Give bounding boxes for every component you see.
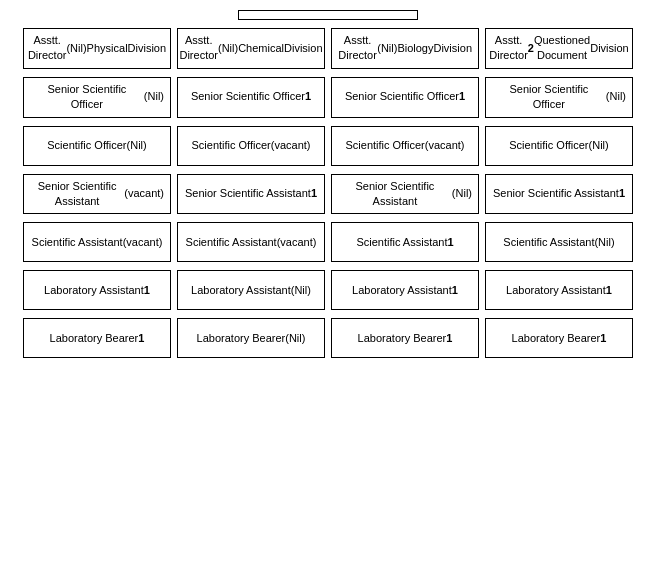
cell-line: 1 [606, 283, 612, 298]
cell-row6-2: Laboratory Assistant1 [331, 270, 479, 310]
cell-line: (Nil) [377, 41, 397, 56]
cell-line: Laboratory Assistant [191, 283, 291, 298]
cell-line: 1 [600, 331, 606, 346]
cell-line: (Nil) [589, 138, 609, 153]
director-node [238, 10, 418, 20]
cell-line: Scientific Assistant [503, 235, 594, 250]
row-senior-scientific-officer: Senior Scientific Officer(Nil)Senior Sci… [10, 77, 646, 118]
cell-line: Scientific Officer [191, 138, 270, 153]
cell-row1-2: Asstt. Director(Nil)BiologyDivision [331, 28, 479, 69]
cell-line: Division [284, 41, 323, 56]
cell-line: (vacant) [277, 235, 317, 250]
cell-row4-2: Senior Scientific Assistant(Nil) [331, 174, 479, 215]
cell-line: Scientific Assistant [356, 235, 447, 250]
cell-line: Laboratory Assistant [352, 283, 452, 298]
cell-line: (vacant) [425, 138, 465, 153]
cell-line: (Nil) [127, 138, 147, 153]
cell-line: 1 [447, 235, 453, 250]
cell-line: Scientific Officer [509, 138, 588, 153]
cell-line: (Nil) [594, 235, 614, 250]
cell-line: Laboratory Assistant [506, 283, 606, 298]
cell-line: (Nil) [218, 41, 238, 56]
cell-line: 1 [138, 331, 144, 346]
cell-line: 1 [311, 186, 317, 201]
cell-row7-0: Laboratory Bearer1 [23, 318, 171, 358]
row-scientific-assistant: Scientific Assistant(vacant)Scientific A… [10, 222, 646, 262]
cell-line: Questioned Document [534, 33, 590, 64]
cell-line: 1 [446, 331, 452, 346]
cell-line: Laboratory Bearer [197, 331, 286, 346]
cell-line: Division [590, 41, 629, 56]
cell-line: Laboratory Bearer [50, 331, 139, 346]
cell-row5-1: Scientific Assistant(vacant) [177, 222, 325, 262]
cell-line: Asstt. Director [28, 33, 67, 64]
cell-line: 1 [459, 89, 465, 104]
row-scientific-officer: Scientific Officer(Nil)Scientific Office… [10, 126, 646, 166]
row-laboratory-assistant: Laboratory Assistant1Laboratory Assistan… [10, 270, 646, 310]
row-asstt-directors: Asstt. Director(Nil)PhysicalDivisionAsst… [10, 28, 646, 69]
cell-line: Biology [397, 41, 433, 56]
cell-row3-3: Scientific Officer(Nil) [485, 126, 633, 166]
cell-line: Scientific Assistant [186, 235, 277, 250]
cell-row4-3: Senior Scientific Assistant1 [485, 174, 633, 215]
cell-row6-0: Laboratory Assistant1 [23, 270, 171, 310]
cell-row6-3: Laboratory Assistant1 [485, 270, 633, 310]
cell-line: (vacant) [271, 138, 311, 153]
cell-line: Asstt. Director [179, 33, 218, 64]
cell-line: Chemical [238, 41, 284, 56]
cell-line: Senior Scientific Officer [345, 89, 459, 104]
cell-line: Senior Scientific Officer [191, 89, 305, 104]
cell-line: Scientific Assistant [32, 235, 123, 250]
cell-line: (Nil) [606, 89, 626, 104]
cell-line: (Nil) [285, 331, 305, 346]
cell-row4-0: Senior Scientific Assistant(vacant) [23, 174, 171, 215]
cell-line: (vacant) [124, 186, 164, 201]
cell-line: Asstt. Director [338, 33, 377, 64]
cell-row2-3: Senior Scientific Officer(Nil) [485, 77, 633, 118]
cell-line: (Nil) [144, 89, 164, 104]
cell-row2-2: Senior Scientific Officer1 [331, 77, 479, 118]
cell-line: (vacant) [123, 235, 163, 250]
cell-line: 1 [452, 283, 458, 298]
cell-row4-1: Senior Scientific Assistant1 [177, 174, 325, 215]
cell-row6-1: Laboratory Assistant(Nil) [177, 270, 325, 310]
cell-line: Division [433, 41, 472, 56]
cell-row1-3: Asstt. Director2Questioned DocumentDivis… [485, 28, 633, 69]
cell-line: 1 [619, 186, 625, 201]
cell-line: (Nil) [66, 41, 86, 56]
cell-row3-2: Scientific Officer(vacant) [331, 126, 479, 166]
cell-row2-0: Senior Scientific Officer(Nil) [23, 77, 171, 118]
cell-row2-1: Senior Scientific Officer1 [177, 77, 325, 118]
cell-row7-2: Laboratory Bearer1 [331, 318, 479, 358]
cell-line: Senior Scientific Assistant [185, 186, 311, 201]
cell-row1-1: Asstt. Director(Nil)ChemicalDivision [177, 28, 325, 69]
cell-line: Scientific Officer [345, 138, 424, 153]
cell-row7-3: Laboratory Bearer1 [485, 318, 633, 358]
cell-row1-0: Asstt. Director(Nil)PhysicalDivision [23, 28, 171, 69]
cell-row5-2: Scientific Assistant1 [331, 222, 479, 262]
cell-row7-1: Laboratory Bearer(Nil) [177, 318, 325, 358]
cell-line: Senior Scientific Assistant [493, 186, 619, 201]
cell-line: Senior Scientific Officer [30, 82, 144, 113]
cell-line: Asstt. Director [489, 33, 528, 64]
cell-line: Senior Scientific Officer [492, 82, 606, 113]
org-chart: Asstt. Director(Nil)PhysicalDivisionAsst… [10, 10, 646, 358]
cell-line: Scientific Officer [47, 138, 126, 153]
cell-row5-0: Scientific Assistant(vacant) [23, 222, 171, 262]
cell-row3-1: Scientific Officer(vacant) [177, 126, 325, 166]
cell-line: Senior Scientific Assistant [30, 179, 124, 210]
cell-line: Laboratory Bearer [512, 331, 601, 346]
cell-line: Laboratory Assistant [44, 283, 144, 298]
row-laboratory-bearer: Laboratory Bearer1Laboratory Bearer(Nil)… [10, 318, 646, 358]
cell-line: Physical [87, 41, 128, 56]
cell-line: Senior Scientific Assistant [338, 179, 452, 210]
row-senior-scientific-assistant: Senior Scientific Assistant(vacant)Senio… [10, 174, 646, 215]
cell-line: 1 [144, 283, 150, 298]
cell-row3-0: Scientific Officer(Nil) [23, 126, 171, 166]
cell-line: Laboratory Bearer [358, 331, 447, 346]
cell-line: (Nil) [452, 186, 472, 201]
cell-line: Division [128, 41, 167, 56]
cell-row5-3: Scientific Assistant(Nil) [485, 222, 633, 262]
cell-line: 1 [305, 89, 311, 104]
cell-line: (Nil) [291, 283, 311, 298]
